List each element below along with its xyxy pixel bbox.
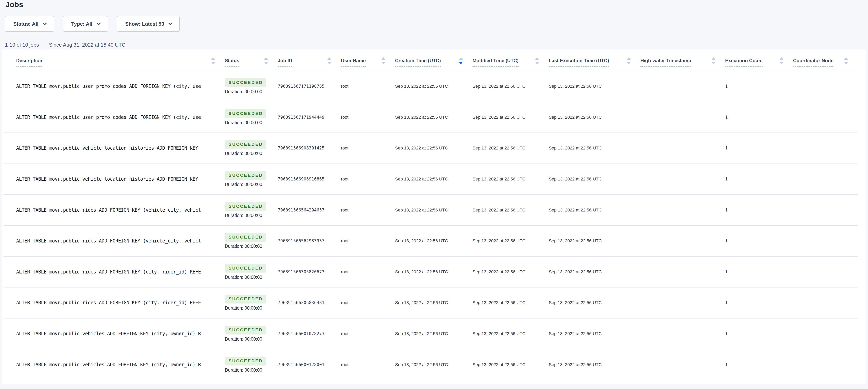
creation-time: Sep 13, 2022 at 22:56 UTC: [395, 71, 472, 102]
job-duration: Duration: 00:00:00: [225, 275, 278, 280]
sort-icon-active-desc: [459, 57, 463, 67]
coordinator-node: [793, 287, 858, 318]
user-name: root: [341, 287, 395, 318]
high-water-timestamp: [641, 349, 725, 380]
last-execution-time: Sep 13, 2022 at 22:56 UTC: [549, 102, 641, 133]
type-filter-dropdown[interactable]: Type: All: [63, 16, 108, 32]
creation-time: Sep 13, 2022 at 22:56 UTC: [395, 102, 472, 133]
sort-icon: [535, 57, 539, 67]
column-header-last-execution-time[interactable]: Last Execution Time (UTC): [549, 50, 641, 71]
modified-time: Sep 13, 2022 at 22:56 UTC: [472, 318, 549, 349]
jobs-table: Description Status Job ID User Name Crea…: [4, 50, 858, 380]
table-header-row: Description Status Job ID User Name Crea…: [4, 50, 858, 71]
last-execution-time: Sep 13, 2022 at 22:56 UTC: [549, 164, 641, 195]
summary-separator: |: [43, 41, 44, 48]
job-duration: Duration: 00:00:00: [225, 213, 278, 218]
status-badge: SUCCEEDED: [225, 326, 266, 334]
table-row: ALTER TABLE movr.public.vehicle_location…: [4, 164, 858, 195]
status-badge: SUCCEEDED: [225, 295, 266, 303]
job-description-link[interactable]: ALTER TABLE movr.public.vehicles ADD FOR…: [16, 362, 201, 367]
coordinator-node: [793, 133, 858, 164]
status-badge: SUCCEEDED: [225, 109, 266, 118]
sort-icon: [627, 57, 631, 67]
coordinator-node: [793, 349, 858, 380]
job-id: 796391566000128001: [278, 349, 341, 380]
job-id: 796391566562983937: [278, 226, 341, 257]
creation-time: Sep 13, 2022 at 22:56 UTC: [395, 257, 472, 288]
modified-time: Sep 13, 2022 at 22:56 UTC: [472, 287, 549, 318]
high-water-timestamp: [641, 102, 725, 133]
coordinator-node: [793, 318, 858, 349]
status-filter-dropdown[interactable]: Status: All: [5, 16, 54, 32]
job-description-link[interactable]: ALTER TABLE movr.public.user_promo_codes…: [16, 84, 201, 89]
job-description-link[interactable]: ALTER TABLE movr.public.user_promo_codes…: [16, 115, 201, 120]
status-badge: SUCCEEDED: [225, 264, 266, 273]
coordinator-node: [793, 164, 858, 195]
job-description-link[interactable]: ALTER TABLE movr.public.vehicle_location…: [16, 145, 198, 151]
page-title: Jobs: [5, 0, 23, 9]
coordinator-node: [793, 102, 858, 133]
sort-icon: [211, 57, 215, 67]
high-water-timestamp: [641, 164, 725, 195]
column-header-description[interactable]: Description: [4, 50, 225, 71]
creation-time: Sep 13, 2022 at 22:56 UTC: [395, 133, 472, 164]
sort-icon: [327, 57, 332, 67]
status-badge: SUCCEEDED: [225, 233, 266, 242]
job-description-link[interactable]: ALTER TABLE movr.public.rides ADD FOREIG…: [16, 269, 201, 275]
column-header-modified-time[interactable]: Modified Time (UTC): [472, 50, 549, 71]
status-filter-label: Status: All: [13, 21, 38, 27]
creation-time: Sep 13, 2022 at 22:56 UTC: [395, 287, 472, 318]
job-duration: Duration: 00:00:00: [225, 305, 278, 311]
jobs-count: 1-10 of 10 jobs: [5, 42, 39, 48]
table-row: ALTER TABLE movr.public.vehicles ADD FOR…: [4, 349, 858, 380]
column-header-coordinator-node[interactable]: Coordinator Node: [793, 50, 858, 71]
column-header-user-name[interactable]: User Name: [341, 50, 395, 71]
show-filter-dropdown[interactable]: Show: Latest 50: [117, 16, 180, 32]
execution-count: 1: [725, 257, 793, 288]
high-water-timestamp: [641, 318, 725, 349]
creation-time: Sep 13, 2022 at 22:56 UTC: [395, 164, 472, 195]
coordinator-node: [793, 195, 858, 226]
creation-time: Sep 13, 2022 at 22:56 UTC: [395, 226, 472, 257]
table-row: ALTER TABLE movr.public.rides ADD FOREIG…: [4, 226, 858, 257]
type-filter-label: Type: All: [71, 21, 92, 27]
modified-time: Sep 13, 2022 at 22:56 UTC: [472, 133, 549, 164]
column-header-high-water-timestamp[interactable]: High-water Timestamp: [641, 50, 725, 71]
job-id: 796391566001078273: [278, 318, 341, 349]
execution-count: 1: [725, 133, 793, 164]
job-id: 796391567171190785: [278, 71, 341, 102]
column-header-execution-count[interactable]: Execution Count: [725, 50, 793, 71]
job-description-link[interactable]: ALTER TABLE movr.public.vehicle_location…: [16, 176, 198, 182]
high-water-timestamp: [641, 226, 725, 257]
chevron-down-icon: [168, 21, 173, 25]
modified-time: Sep 13, 2022 at 22:56 UTC: [472, 349, 549, 380]
user-name: root: [341, 164, 395, 195]
jobs-table-card: Description Status Job ID User Name Crea…: [2, 50, 866, 384]
modified-time: Sep 13, 2022 at 22:56 UTC: [472, 164, 549, 195]
show-filter-label: Show: Latest 50: [125, 21, 164, 27]
user-name: root: [341, 102, 395, 133]
coordinator-node: [793, 71, 858, 102]
high-water-timestamp: [641, 287, 725, 318]
column-header-status[interactable]: Status: [225, 50, 278, 71]
execution-count: 1: [725, 164, 793, 195]
job-description-link[interactable]: ALTER TABLE movr.public.rides ADD FOREIG…: [16, 238, 201, 244]
status-badge: SUCCEEDED: [225, 140, 266, 149]
sort-icon: [779, 57, 784, 67]
creation-time: Sep 13, 2022 at 22:56 UTC: [395, 349, 472, 380]
user-name: root: [341, 349, 395, 380]
job-description-link[interactable]: ALTER TABLE movr.public.vehicles ADD FOR…: [16, 331, 201, 336]
user-name: root: [341, 318, 395, 349]
execution-count: 1: [725, 195, 793, 226]
coordinator-node: [793, 257, 858, 288]
job-duration: Duration: 00:00:00: [225, 367, 278, 373]
job-description-link[interactable]: ALTER TABLE movr.public.rides ADD FOREIG…: [16, 207, 201, 213]
column-header-job-id[interactable]: Job ID: [278, 50, 341, 71]
job-duration: Duration: 00:00:00: [225, 120, 278, 125]
table-row: ALTER TABLE movr.public.vehicles ADD FOR…: [4, 318, 858, 349]
job-description-link[interactable]: ALTER TABLE movr.public.rides ADD FOREIG…: [16, 300, 201, 305]
column-header-creation-time[interactable]: Creation Time (UTC): [395, 50, 472, 71]
last-execution-time: Sep 13, 2022 at 22:56 UTC: [549, 349, 641, 380]
user-name: root: [341, 133, 395, 164]
last-execution-time: Sep 13, 2022 at 22:56 UTC: [549, 318, 641, 349]
